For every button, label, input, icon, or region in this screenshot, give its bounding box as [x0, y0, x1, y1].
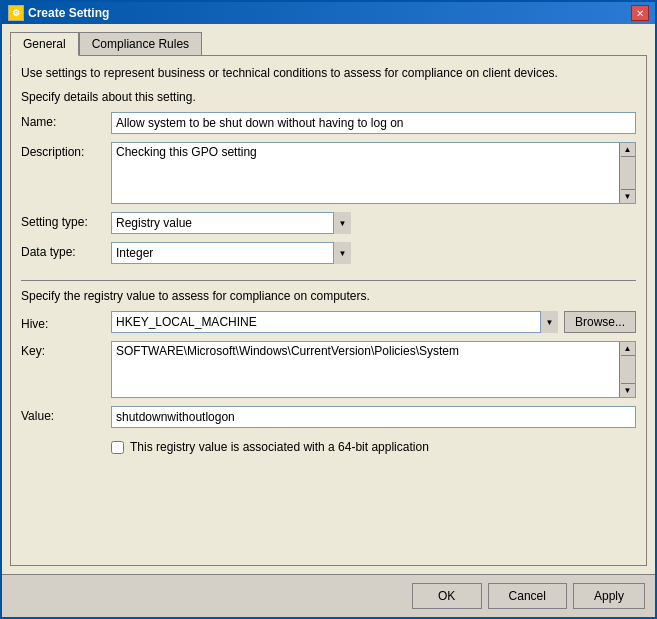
browse-button[interactable]: Browse... — [564, 311, 636, 333]
description-label: Description: — [21, 142, 111, 159]
description-input[interactable]: Checking this GPO setting — [112, 143, 619, 203]
key-label: Key: — [21, 341, 111, 358]
bottom-bar: OK Cancel Apply — [2, 574, 655, 617]
close-button[interactable]: ✕ — [631, 5, 649, 21]
title-bar: ⚙ Create Setting ✕ — [2, 2, 655, 24]
section-divider — [21, 280, 636, 281]
ok-button[interactable]: OK — [412, 583, 482, 609]
description-row: Description: Checking this GPO setting ▲… — [21, 142, 636, 204]
name-row: Name: — [21, 112, 636, 134]
key-scrollbar-up-arrow[interactable]: ▲ — [621, 342, 635, 356]
cancel-button[interactable]: Cancel — [488, 583, 567, 609]
create-setting-window: ⚙ Create Setting ✕ General Compliance Ru… — [0, 0, 657, 619]
hive-label: Hive: — [21, 314, 111, 331]
data-type-row: Data type: Integer String Boolean Float … — [21, 242, 636, 264]
scrollbar-up-arrow[interactable]: ▲ — [621, 143, 635, 157]
key-row: Key: SOFTWARE\Microsoft\Windows\CurrentV… — [21, 341, 636, 398]
setting-type-label: Setting type: — [21, 212, 111, 229]
data-type-select-wrapper: Integer String Boolean Float Date and Ti… — [111, 242, 351, 264]
64bit-checkbox-label: This registry value is associated with a… — [130, 440, 429, 454]
64bit-checkbox[interactable] — [111, 441, 124, 454]
registry-section-description: Specify the registry value to assess for… — [21, 289, 636, 303]
window-icon: ⚙ — [8, 5, 24, 21]
apply-button[interactable]: Apply — [573, 583, 645, 609]
setting-type-select-wrapper: Registry value Script WQL Query ▼ — [111, 212, 351, 234]
key-input[interactable]: SOFTWARE\Microsoft\Windows\CurrentVersio… — [112, 342, 619, 397]
value-row: Value: — [21, 406, 636, 428]
name-input[interactable] — [111, 112, 636, 134]
setting-type-select[interactable]: Registry value Script WQL Query — [111, 212, 351, 234]
data-type-select[interactable]: Integer String Boolean Float Date and Ti… — [111, 242, 351, 264]
hive-select-wrapper: HKEY_LOCAL_MACHINE HKEY_CURRENT_USER HKE… — [111, 311, 558, 333]
window-title: Create Setting — [28, 6, 109, 20]
checkbox-row: This registry value is associated with a… — [111, 440, 636, 454]
value-label: Value: — [21, 406, 111, 423]
section-description: Use settings to represent business or te… — [21, 66, 636, 80]
window-content: General Compliance Rules Use settings to… — [2, 24, 655, 574]
data-type-label: Data type: — [21, 242, 111, 259]
tab-content-general: Use settings to represent business or te… — [10, 55, 647, 566]
tab-bar: General Compliance Rules — [10, 32, 647, 56]
scrollbar-down-arrow[interactable]: ▼ — [621, 189, 635, 203]
key-scrollbar-down-arrow[interactable]: ▼ — [621, 383, 635, 397]
tab-compliance-rules[interactable]: Compliance Rules — [79, 32, 202, 56]
setting-type-row: Setting type: Registry value Script WQL … — [21, 212, 636, 234]
hive-select[interactable]: HKEY_LOCAL_MACHINE HKEY_CURRENT_USER HKE… — [111, 311, 558, 333]
title-bar-text: ⚙ Create Setting — [8, 5, 109, 21]
hive-row: Hive: HKEY_LOCAL_MACHINE HKEY_CURRENT_US… — [21, 311, 636, 333]
value-input[interactable] — [111, 406, 636, 428]
name-label: Name: — [21, 112, 111, 129]
tab-general[interactable]: General — [10, 32, 79, 56]
specify-label: Specify details about this setting. — [21, 90, 636, 104]
